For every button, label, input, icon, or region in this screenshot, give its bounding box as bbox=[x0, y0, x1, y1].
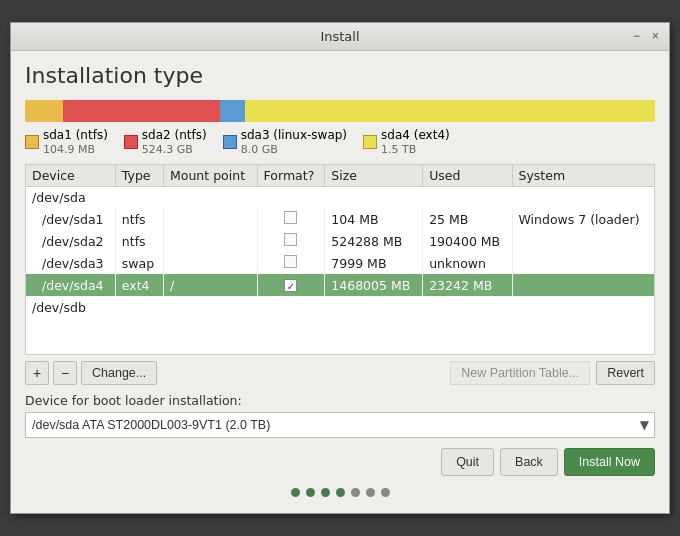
dot-6 bbox=[366, 488, 375, 497]
dot-1 bbox=[291, 488, 300, 497]
cell-format bbox=[257, 252, 325, 274]
format-checkbox-sda3[interactable] bbox=[284, 255, 297, 268]
cell-size: 524288 MB bbox=[325, 230, 423, 252]
cell-system bbox=[512, 252, 654, 274]
format-checkbox-sda2[interactable] bbox=[284, 233, 297, 246]
legend-color-sda4 bbox=[363, 135, 377, 149]
col-size: Size bbox=[325, 165, 423, 187]
group-label-sda: /dev/sda bbox=[26, 186, 654, 208]
cell-device: /dev/sda1 bbox=[26, 208, 115, 230]
revert-button[interactable]: Revert bbox=[596, 361, 655, 385]
add-partition-button[interactable]: + bbox=[25, 361, 49, 385]
cell-mount bbox=[164, 208, 258, 230]
legend-label-sda1: sda1 (ntfs) 104.9 MB bbox=[43, 128, 108, 156]
legend-label-sda2: sda2 (ntfs) 524.3 GB bbox=[142, 128, 207, 156]
cell-size: 104 MB bbox=[325, 208, 423, 230]
cell-device: /dev/sda2 bbox=[26, 230, 115, 252]
cell-system: Windows 7 (loader) bbox=[512, 208, 654, 230]
legend-label-sda4: sda4 (ext4) 1.5 TB bbox=[381, 128, 450, 156]
cell-used: unknown bbox=[423, 252, 512, 274]
cell-format bbox=[257, 208, 325, 230]
table-row[interactable]: /dev/sda2 ntfs 524288 MB 190400 MB bbox=[26, 230, 654, 252]
partition-segment-sda1 bbox=[25, 100, 63, 122]
dot-7 bbox=[381, 488, 390, 497]
legend-color-sda3 bbox=[223, 135, 237, 149]
cell-used: 23242 MB bbox=[423, 274, 512, 296]
bootloader-select[interactable]: /dev/sda ATA ST2000DL003-9VT1 (2.0 TB) bbox=[25, 412, 655, 438]
table-row[interactable]: /dev/sda4 ext4 / ✓ 1468005 MB 23242 MB bbox=[26, 274, 654, 296]
dot-2 bbox=[306, 488, 315, 497]
action-buttons-row: Quit Back Install Now bbox=[25, 448, 655, 476]
legend-item-sda1: sda1 (ntfs) 104.9 MB bbox=[25, 128, 108, 156]
partition-segment-sda2 bbox=[63, 100, 221, 122]
empty-row bbox=[26, 318, 654, 354]
legend-color-sda1 bbox=[25, 135, 39, 149]
cell-size: 7999 MB bbox=[325, 252, 423, 274]
cell-size: 1468005 MB bbox=[325, 274, 423, 296]
titlebar: Install − × bbox=[11, 23, 669, 51]
page-title: Installation type bbox=[25, 63, 655, 88]
legend-item-sda2: sda2 (ntfs) 524.3 GB bbox=[124, 128, 207, 156]
partition-legend: sda1 (ntfs) 104.9 MB sda2 (ntfs) 524.3 G… bbox=[25, 128, 655, 156]
partition-segment-sda4 bbox=[245, 100, 655, 122]
col-type: Type bbox=[115, 165, 163, 187]
cell-mount: / bbox=[164, 274, 258, 296]
format-checkbox-sda1[interactable] bbox=[284, 211, 297, 224]
cell-format bbox=[257, 230, 325, 252]
group-label-sdb: /dev/sdb bbox=[26, 296, 654, 318]
cell-type: ext4 bbox=[115, 274, 163, 296]
partition-bar bbox=[25, 100, 655, 122]
cell-type: ntfs bbox=[115, 208, 163, 230]
cell-system bbox=[512, 274, 654, 296]
cell-mount bbox=[164, 252, 258, 274]
cell-used: 25 MB bbox=[423, 208, 512, 230]
col-used: Used bbox=[423, 165, 512, 187]
partition-table: Device Type Mount point Format? Size Use… bbox=[26, 165, 654, 355]
quit-button[interactable]: Quit bbox=[441, 448, 494, 476]
legend-item-sda4: sda4 (ext4) 1.5 TB bbox=[363, 128, 450, 156]
table-header-row: Device Type Mount point Format? Size Use… bbox=[26, 165, 654, 187]
partition-controls: + − Change... New Partition Table... Rev… bbox=[25, 361, 655, 385]
table-row[interactable]: /dev/sda1 ntfs 104 MB 25 MB Windows 7 (l… bbox=[26, 208, 654, 230]
legend-item-sda3: sda3 (linux-swap) 8.0 GB bbox=[223, 128, 347, 156]
remove-partition-button[interactable]: − bbox=[53, 361, 77, 385]
cell-device: /dev/sda4 bbox=[26, 274, 115, 296]
window-title: Install bbox=[320, 29, 359, 44]
table-row bbox=[26, 318, 654, 354]
back-button[interactable]: Back bbox=[500, 448, 558, 476]
col-system: System bbox=[512, 165, 654, 187]
cell-used: 190400 MB bbox=[423, 230, 512, 252]
table-row[interactable]: /dev/sda3 swap 7999 MB unknown bbox=[26, 252, 654, 274]
table-row[interactable]: /dev/sda bbox=[26, 186, 654, 208]
cell-mount bbox=[164, 230, 258, 252]
cell-device: /dev/sda3 bbox=[26, 252, 115, 274]
close-button[interactable]: × bbox=[648, 27, 663, 45]
minimize-button[interactable]: − bbox=[629, 27, 644, 45]
table-row[interactable]: /dev/sdb bbox=[26, 296, 654, 318]
col-device: Device bbox=[26, 165, 115, 187]
partition-segment-sda3 bbox=[220, 100, 245, 122]
change-partition-button[interactable]: Change... bbox=[81, 361, 157, 385]
bootloader-label: Device for boot loader installation: bbox=[25, 393, 655, 408]
legend-color-sda2 bbox=[124, 135, 138, 149]
format-checkbox-sda4[interactable]: ✓ bbox=[284, 279, 297, 292]
dot-4 bbox=[336, 488, 345, 497]
progress-dots bbox=[25, 484, 655, 503]
new-partition-table-button[interactable]: New Partition Table... bbox=[450, 361, 590, 385]
install-now-button[interactable]: Install Now bbox=[564, 448, 655, 476]
cell-format: ✓ bbox=[257, 274, 325, 296]
col-format: Format? bbox=[257, 165, 325, 187]
bootloader-select-wrapper: /dev/sda ATA ST2000DL003-9VT1 (2.0 TB) ▼ bbox=[25, 412, 655, 438]
col-mount: Mount point bbox=[164, 165, 258, 187]
dot-3 bbox=[321, 488, 330, 497]
legend-label-sda3: sda3 (linux-swap) 8.0 GB bbox=[241, 128, 347, 156]
dot-5 bbox=[351, 488, 360, 497]
cell-type: ntfs bbox=[115, 230, 163, 252]
partition-table-wrapper: Device Type Mount point Format? Size Use… bbox=[25, 164, 655, 356]
cell-system bbox=[512, 230, 654, 252]
cell-type: swap bbox=[115, 252, 163, 274]
